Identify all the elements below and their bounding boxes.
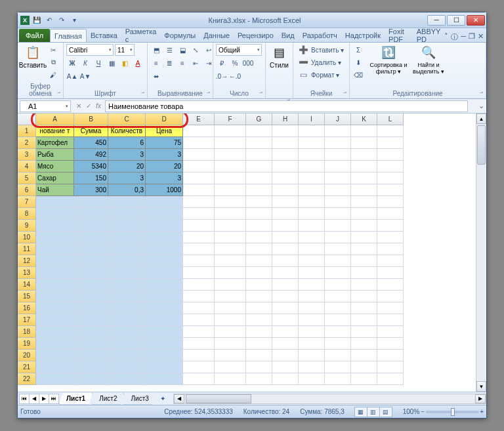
fx-icon[interactable]: fx <box>94 102 103 110</box>
cell-G14[interactable] <box>246 279 272 291</box>
cell-H9[interactable] <box>272 220 299 232</box>
cell-C22[interactable] <box>108 373 146 385</box>
cell-C10[interactable] <box>108 232 146 243</box>
cell-A15[interactable] <box>36 291 74 302</box>
cell-H7[interactable] <box>272 196 299 208</box>
cell-L11[interactable] <box>377 243 404 255</box>
cell-K15[interactable] <box>351 291 377 302</box>
cell-H2[interactable] <box>272 137 299 149</box>
cell-B5[interactable]: 150 <box>74 173 108 184</box>
cell-C14[interactable] <box>108 279 146 291</box>
cell-K3[interactable] <box>351 149 377 161</box>
cell-G8[interactable] <box>246 208 272 220</box>
cell-A17[interactable] <box>36 314 74 326</box>
cell-B12[interactable] <box>74 255 108 267</box>
cell-I8[interactable] <box>299 208 325 220</box>
normal-view-icon[interactable]: ▦ <box>354 407 368 417</box>
cell-A1[interactable]: нование т <box>36 125 74 137</box>
save-icon[interactable]: 💾 <box>32 15 42 26</box>
row-header-5[interactable]: 5 <box>18 173 36 184</box>
cell-L19[interactable] <box>377 338 404 350</box>
cell-E1[interactable] <box>183 125 215 137</box>
cell-L18[interactable] <box>377 326 404 338</box>
cell-B4[interactable]: 5340 <box>74 161 108 173</box>
row-header-10[interactable]: 10 <box>18 232 36 243</box>
cell-C19[interactable] <box>108 338 146 350</box>
sheet-tab-Лист1[interactable]: Лист1 <box>59 393 93 405</box>
vertical-scrollbar[interactable]: ▲ ▼ <box>476 113 486 392</box>
autosum-icon[interactable]: Σ <box>352 44 364 56</box>
cell-G1[interactable] <box>246 125 272 137</box>
cell-K21[interactable] <box>351 361 377 373</box>
cell-I13[interactable] <box>299 267 325 279</box>
cell-J5[interactable] <box>325 173 351 184</box>
cut-icon[interactable]: ✂ <box>47 44 59 56</box>
cell-K12[interactable] <box>351 255 377 267</box>
cell-H4[interactable] <box>272 161 299 173</box>
cell-B19[interactable] <box>74 338 108 350</box>
cell-I20[interactable] <box>299 350 325 361</box>
font-size-combo[interactable]: 11 <box>115 44 135 56</box>
cell-H19[interactable] <box>272 338 299 350</box>
cell-I3[interactable] <box>299 149 325 161</box>
first-sheet-icon[interactable]: ⏮ <box>19 394 30 404</box>
cell-D6[interactable]: 1000 <box>146 184 183 196</box>
redo-icon[interactable]: ↷ <box>56 15 67 26</box>
cell-G12[interactable] <box>246 255 272 267</box>
cell-E8[interactable] <box>183 208 215 220</box>
col-header-G[interactable]: G <box>246 113 272 125</box>
currency-icon[interactable]: ₽ <box>216 57 228 69</box>
cell-A10[interactable] <box>36 232 74 243</box>
cell-J7[interactable] <box>325 196 351 208</box>
col-header-A[interactable]: A <box>36 113 74 125</box>
cell-B1[interactable]: Сумма <box>74 125 108 137</box>
cell-J17[interactable] <box>325 314 351 326</box>
cell-D18[interactable] <box>146 326 183 338</box>
merge-center-icon[interactable]: ⬌ <box>150 70 162 82</box>
align-left-icon[interactable]: ≡ <box>150 57 162 69</box>
row-header-4[interactable]: 4 <box>18 161 36 173</box>
horizontal-scrollbar[interactable]: ◀ ▶ <box>173 394 486 404</box>
cell-E10[interactable] <box>183 232 215 243</box>
cell-J6[interactable] <box>325 184 351 196</box>
cell-B7[interactable] <box>74 196 108 208</box>
cell-B18[interactable] <box>74 326 108 338</box>
sheet-tab-Лист2[interactable]: Лист2 <box>92 393 124 405</box>
cell-F16[interactable] <box>215 302 246 314</box>
cell-F9[interactable] <box>215 220 246 232</box>
cell-L16[interactable] <box>377 302 404 314</box>
cell-C2[interactable]: 6 <box>108 137 146 149</box>
cell-A7[interactable] <box>36 196 74 208</box>
col-header-H[interactable]: H <box>272 113 299 125</box>
cell-F22[interactable] <box>215 373 246 385</box>
cell-D22[interactable] <box>146 373 183 385</box>
orientation-icon[interactable]: ⤡ <box>190 44 201 56</box>
cell-F12[interactable] <box>215 255 246 267</box>
cell-H11[interactable] <box>272 243 299 255</box>
cell-G13[interactable] <box>246 267 272 279</box>
number-format-combo[interactable]: Общий <box>216 44 262 56</box>
cell-I22[interactable] <box>299 373 325 385</box>
cell-D13[interactable] <box>146 267 183 279</box>
cell-F19[interactable] <box>215 338 246 350</box>
cell-D19[interactable] <box>146 338 183 350</box>
cell-D16[interactable] <box>146 302 183 314</box>
cell-A18[interactable] <box>36 326 74 338</box>
cell-J11[interactable] <box>325 243 351 255</box>
cell-H1[interactable] <box>272 125 299 137</box>
cell-E3[interactable] <box>183 149 215 161</box>
cell-C17[interactable] <box>108 314 146 326</box>
page-break-icon[interactable]: ▤ <box>379 407 392 417</box>
cell-K19[interactable] <box>351 338 377 350</box>
insert-cells-button[interactable]: ➕Вставить ▾ <box>296 44 345 56</box>
cell-K20[interactable] <box>351 350 377 361</box>
col-header-L[interactable]: L <box>377 113 404 125</box>
cell-G9[interactable] <box>246 220 272 232</box>
tab-вид[interactable]: Вид <box>278 29 299 42</box>
cell-C4[interactable]: 20 <box>108 161 146 173</box>
cell-A11[interactable] <box>36 243 74 255</box>
font-color-button[interactable]: А <box>132 57 144 69</box>
cell-B17[interactable] <box>74 314 108 326</box>
cell-G4[interactable] <box>246 161 272 173</box>
doc-close-icon[interactable]: ✕ <box>478 32 484 42</box>
